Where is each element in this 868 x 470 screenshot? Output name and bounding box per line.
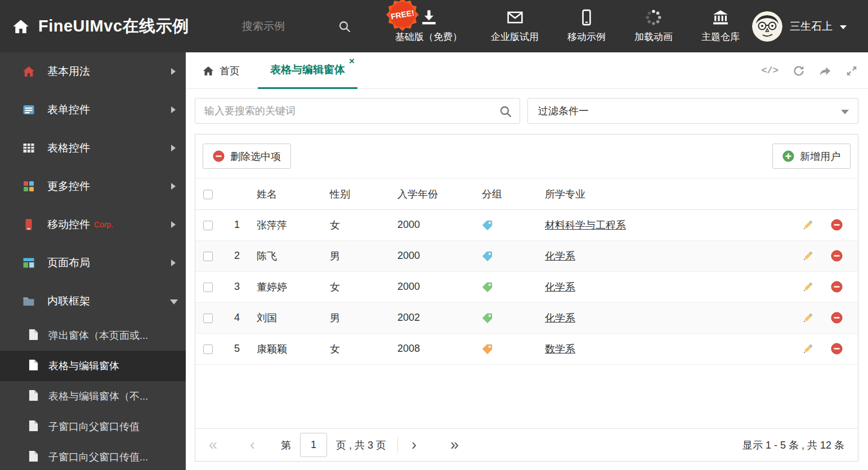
col-header-major: 所学专业: [537, 179, 794, 209]
pagination-bar: « ‹ 第 页 , 共 3 页 › » 显示 1 - 5 条 , 共 12 条: [195, 428, 858, 461]
mobile-icon: [578, 9, 595, 26]
table-row: 2 陈飞 男 2000 化学系: [195, 240, 858, 271]
table-row: 5 康颖颖 女 2008 数学系: [195, 333, 858, 364]
tab-home[interactable]: 首页: [203, 52, 240, 89]
next-page-button[interactable]: ›: [411, 437, 417, 453]
nav-item-loading-animation[interactable]: 加载动画: [634, 0, 673, 52]
source-code-icon[interactable]: </>: [761, 65, 778, 76]
sidebar-subitem-child-to-parent[interactable]: 子窗口向父窗口传值: [0, 411, 186, 442]
cell-gender: 女: [322, 209, 390, 240]
page-label-prefix: 第: [281, 438, 291, 452]
file-icon: [28, 359, 39, 373]
page-number-input[interactable]: [300, 433, 327, 457]
tab-grid-edit-window[interactable]: 表格与编辑窗体 ×: [258, 52, 357, 89]
edit-icon[interactable]: [802, 219, 814, 231]
major-link[interactable]: 材料科学与工程系: [545, 220, 626, 231]
nav-item-label: 企业版试用: [491, 30, 539, 43]
sidebar-subitem-grid-edit-window-alt[interactable]: 表格与编辑窗体（不...: [0, 381, 186, 411]
sidebar-item-iframe[interactable]: 内联框架: [0, 282, 186, 320]
select-all-checkbox[interactable]: [203, 190, 213, 199]
delete-icon[interactable]: [831, 312, 843, 324]
app-title: FineUIMvc在线示例: [38, 15, 189, 38]
sidebar-subitem-popup-window[interactable]: 弹出窗体（本页面或...: [0, 320, 186, 351]
cell-name: 张萍萍: [249, 209, 322, 240]
sidebar-subitem-grid-edit-window[interactable]: 表格与编辑窗体: [0, 351, 186, 381]
refresh-icon[interactable]: [793, 65, 805, 77]
sidebar-item-form-controls[interactable]: 表单控件: [0, 91, 186, 129]
sidebar-item-page-layout[interactable]: 页面布局: [0, 244, 186, 282]
sidebar-item-basic-usage[interactable]: 基本用法: [0, 52, 186, 91]
delete-selected-button[interactable]: 删除选中项: [203, 144, 291, 169]
sidebar-item-grid-controls[interactable]: 表格控件: [0, 129, 186, 167]
delete-icon[interactable]: [831, 219, 843, 231]
open-in-new-window-icon[interactable]: [819, 65, 831, 77]
prev-page-button[interactable]: ‹: [250, 437, 255, 453]
chevron-right-icon: [171, 145, 176, 151]
edit-icon[interactable]: [802, 281, 814, 293]
grid-toolbar: 删除选中项 新增用户: [195, 135, 858, 178]
data-grid: 姓名 性别 入学年份 分组 所学专业 1 张萍萍 女 2000: [195, 179, 858, 428]
table-row: 3 董婷婷 女 2000 化学系: [195, 271, 858, 302]
user-menu[interactable]: 三生石上: [752, 0, 847, 52]
search-icon[interactable]: [499, 105, 512, 118]
file-icon: [28, 390, 39, 404]
filter-row: 过滤条件一: [195, 98, 858, 124]
edit-icon[interactable]: [802, 250, 814, 262]
table-icon: [23, 142, 36, 154]
cell-gender: 女: [322, 271, 390, 302]
tag-icon: [482, 250, 493, 262]
keyword-search-input[interactable]: [195, 99, 520, 123]
first-page-button[interactable]: «: [209, 437, 217, 453]
header-search-input[interactable]: [242, 20, 331, 33]
chevron-down-icon: [170, 299, 178, 305]
row-checkbox[interactable]: [203, 252, 213, 261]
chevron-right-icon: [171, 68, 176, 75]
nav-item-enterprise-trial[interactable]: 企业版试用: [491, 0, 539, 52]
nav-item-label: 加载动画: [634, 30, 673, 43]
sidebar-item-more-controls[interactable]: 更多控件: [0, 167, 186, 205]
sidebar-item-mobile-controls[interactable]: 移动控件 Corp.: [0, 205, 186, 244]
delete-icon[interactable]: [831, 250, 843, 262]
sidebar-subitem-child-to-parent-alt[interactable]: 子窗口向父窗口传值...: [0, 442, 186, 470]
tag-icon: [482, 281, 493, 293]
delete-icon[interactable]: [831, 281, 843, 293]
edit-icon[interactable]: [802, 312, 814, 324]
folder-icon: [23, 295, 36, 307]
tag-icon: [482, 312, 493, 324]
cell-name: 董婷婷: [249, 271, 322, 302]
last-page-button[interactable]: »: [450, 437, 459, 453]
filter-dropdown[interactable]: 过滤条件一: [527, 98, 858, 124]
envelope-icon: [507, 9, 524, 26]
add-user-button[interactable]: 新增用户: [772, 144, 851, 169]
cell-gender: 男: [322, 240, 390, 271]
row-checkbox[interactable]: [203, 344, 213, 354]
major-link[interactable]: 化学系: [545, 281, 575, 293]
nav-item-theme-repo[interactable]: 主题仓库: [701, 0, 740, 52]
cell-gender: 女: [322, 333, 390, 364]
spinner-icon: [645, 9, 662, 26]
keyword-search-box: [195, 98, 520, 124]
form-icon: [23, 104, 36, 116]
table-row: 4 刘国 男 2002 化学系: [195, 302, 858, 333]
tab-tools: </>: [761, 52, 858, 89]
chevron-down-icon: [841, 110, 849, 114]
row-checkbox[interactable]: [203, 221, 213, 230]
edit-icon[interactable]: [802, 343, 814, 355]
blocks-icon: [23, 180, 36, 193]
row-checkbox[interactable]: [203, 283, 213, 292]
search-icon[interactable]: [338, 20, 351, 33]
major-link[interactable]: 数学系: [545, 343, 575, 355]
table-row: 1 张萍萍 女 2000 材料科学与工程系: [195, 209, 858, 240]
delete-icon[interactable]: [831, 343, 843, 355]
brand: FineUIMvc在线示例: [12, 0, 189, 52]
close-icon[interactable]: ×: [349, 56, 355, 66]
cell-year: 2000: [390, 271, 474, 302]
username: 三生石上: [790, 19, 833, 34]
expand-icon[interactable]: [845, 65, 858, 77]
row-checkbox[interactable]: [203, 314, 213, 323]
filter-dropdown-value: 过滤条件一: [538, 104, 589, 118]
chevron-right-icon: [171, 259, 176, 266]
nav-item-mobile-demo[interactable]: 移动示例: [567, 0, 606, 52]
major-link[interactable]: 化学系: [545, 312, 575, 324]
major-link[interactable]: 化学系: [545, 250, 575, 262]
